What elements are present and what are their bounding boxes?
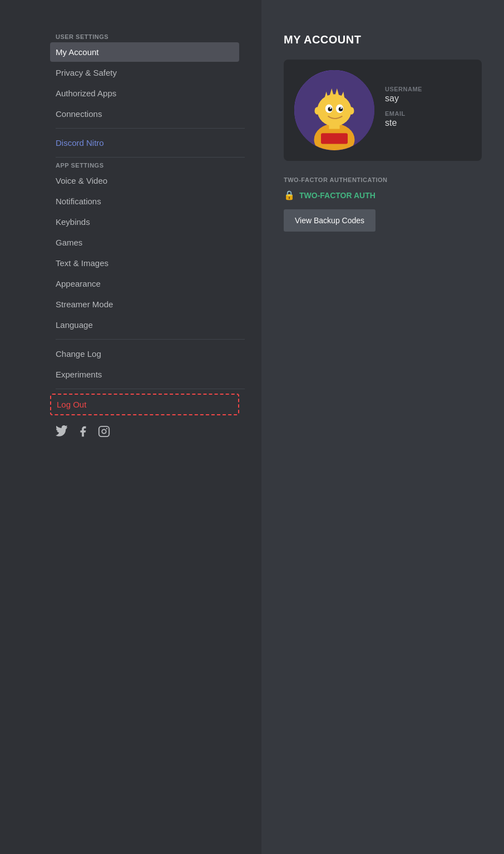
avatar-image: [294, 70, 374, 150]
page-title: MY ACCOUNT: [284, 33, 482, 46]
svg-point-7: [317, 94, 351, 126]
app-nav-section: Voice & Video Notifications Keybinds Gam…: [50, 171, 256, 335]
sidebar-item-streamer-mode[interactable]: Streamer Mode: [50, 295, 239, 314]
sidebar-item-voice-video[interactable]: Voice & Video: [50, 171, 239, 190]
sidebar-item-notifications[interactable]: Notifications: [50, 192, 239, 211]
social-icons-container: [50, 416, 256, 438]
user-nav-section: My Account Privacy & Safety Authorized A…: [50, 42, 256, 124]
divider-3: [56, 339, 245, 340]
sidebar-item-text-images[interactable]: Text & Images: [50, 253, 239, 273]
divider-2: [56, 157, 245, 158]
username-label: USERNAME: [385, 86, 473, 92]
lock-icon: 🔒: [284, 190, 295, 200]
logout-button[interactable]: Log Out: [50, 394, 239, 415]
svg-rect-0: [99, 426, 109, 436]
svg-point-16: [330, 107, 332, 109]
main-content: MY ACCOUNT: [261, 0, 504, 854]
profile-card: USERNAME say EMAIL ste: [284, 60, 482, 161]
two-fa-section: TWO-FACTOR AUTHENTICATION 🔒 TWO-FACTOR A…: [284, 176, 482, 232]
sidebar-item-games[interactable]: Games: [50, 233, 239, 252]
facebook-icon[interactable]: [77, 425, 89, 438]
sidebar: USER SETTINGS My Account Privacy & Safet…: [0, 0, 261, 854]
instagram-icon[interactable]: [98, 425, 110, 438]
svg-point-2: [106, 428, 107, 429]
divider-4: [56, 389, 245, 389]
sidebar-item-keybinds[interactable]: Keybinds: [50, 212, 239, 232]
app-settings-label: APP SETTINGS: [50, 162, 256, 169]
two-fa-status-label: TWO-FACTOR AUTH: [299, 191, 375, 200]
svg-point-18: [314, 107, 320, 114]
profile-info: USERNAME say EMAIL ste: [385, 86, 473, 135]
view-backup-codes-button[interactable]: View Backup Codes: [284, 209, 375, 232]
twitter-icon[interactable]: [56, 425, 68, 438]
user-settings-label: USER SETTINGS: [50, 33, 256, 40]
sidebar-item-discord-nitro[interactable]: Discord Nitro: [50, 133, 239, 153]
svg-point-1: [102, 429, 106, 433]
two-fa-title: TWO-FACTOR AUTHENTICATION: [284, 176, 482, 183]
sidebar-item-appearance[interactable]: Appearance: [50, 274, 239, 293]
sidebar-item-change-log[interactable]: Change Log: [50, 344, 239, 364]
avatar: [293, 68, 376, 152]
svg-point-17: [340, 107, 342, 109]
sidebar-item-my-account[interactable]: My Account: [50, 42, 239, 62]
divider-1: [56, 128, 245, 129]
sidebar-item-privacy-safety[interactable]: Privacy & Safety: [50, 63, 239, 82]
two-fa-status: 🔒 TWO-FACTOR AUTH: [284, 190, 482, 200]
email-label: EMAIL: [385, 110, 473, 117]
svg-point-19: [349, 107, 354, 114]
username-value: say: [385, 94, 473, 104]
svg-rect-5: [321, 133, 348, 144]
sidebar-item-connections[interactable]: Connections: [50, 104, 239, 124]
sidebar-item-authorized-apps[interactable]: Authorized Apps: [50, 84, 239, 103]
email-value: ste: [385, 118, 473, 128]
sidebar-item-experiments[interactable]: Experiments: [50, 365, 239, 384]
sidebar-item-language[interactable]: Language: [50, 315, 239, 335]
